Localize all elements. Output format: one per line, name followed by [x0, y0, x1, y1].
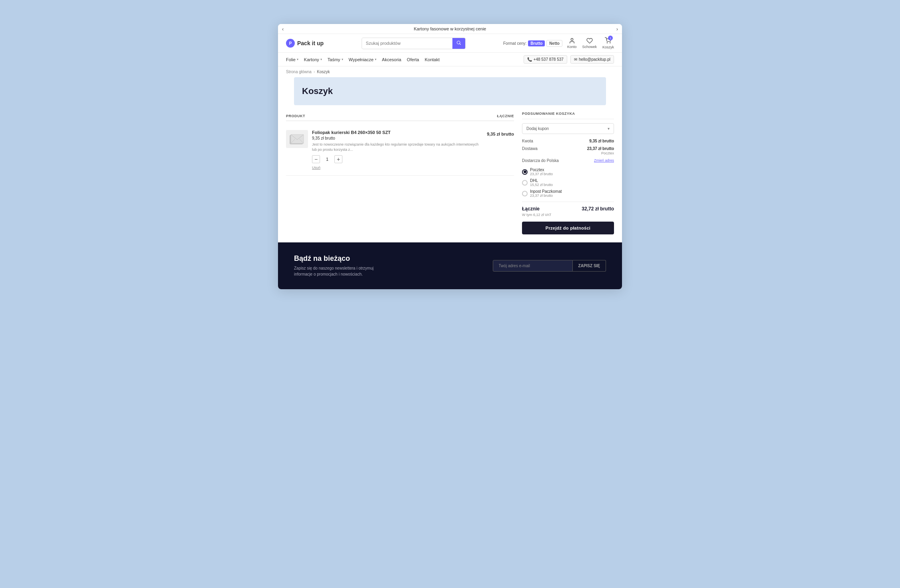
email-address: hello@packitup.pl	[579, 57, 610, 62]
next-announcement-btn[interactable]: ›	[616, 26, 618, 32]
nav-item-kontakt[interactable]: Kontakt	[425, 57, 440, 62]
logo-icon: P	[286, 39, 295, 48]
product-total: 9,35 zł brutto	[487, 130, 514, 136]
announcement-bar: ‹ Kartony fasonowe w korzystnej cenie ›	[278, 24, 622, 34]
breadcrumb-home[interactable]: Strona główna	[286, 70, 312, 74]
cart-table-header: PRODUKT ŁĄCZNIE	[286, 112, 514, 121]
shipping-radio-pocztex[interactable]	[522, 169, 528, 175]
nav-item-kartony[interactable]: Kartony ▾	[304, 57, 322, 62]
email-btn[interactable]: ✉ hello@packitup.pl	[570, 55, 614, 64]
netto-badge[interactable]: Netto	[546, 40, 562, 47]
search-input[interactable]	[362, 38, 452, 48]
page-header: Koszyk	[294, 77, 606, 105]
footer: Bądź na bieżąco Zapisz się do naszego ne…	[278, 242, 622, 289]
quantity-control: − 1 +	[312, 155, 483, 163]
nav-item-akcesoria[interactable]: Akcesoria	[382, 57, 401, 62]
product-info: Foliopak kurierski B4 260×350 50 SZT 9,3…	[312, 130, 483, 170]
nav-links: Folie ▾ Kartony ▾ Taśmy ▾ Wypełniacze ▾ …	[286, 57, 440, 62]
dostawa-provider: Pocztex	[587, 151, 614, 155]
vat-note: W tym 6,12 zł VAT	[522, 213, 614, 217]
nav: Folie ▾ Kartony ▾ Taśmy ▾ Wypełniacze ▾ …	[278, 53, 622, 66]
cart-item: Foliopak kurierski B4 260×350 50 SZT 9,3…	[286, 125, 514, 176]
newsletter-title: Bądź na bieżąco	[294, 254, 390, 263]
shipping-option-dhl[interactable]: DHL 15,52 zł brutto	[522, 178, 614, 187]
search-button[interactable]	[452, 38, 465, 49]
search-bar	[362, 38, 466, 49]
format-label: Format ceny:	[503, 41, 526, 46]
kwota-value: 9,35 zł brutto	[589, 139, 614, 143]
shipping-name-dhl: DHL	[530, 178, 614, 183]
email-icon: ✉	[574, 57, 577, 62]
kwota-row: Kwota 9,35 zł brutto	[522, 139, 614, 143]
product-price: 9,35 zł brutto	[312, 136, 483, 140]
wishlist-label: Schowek	[582, 45, 597, 49]
account-icon-group[interactable]: Konto	[567, 38, 577, 49]
shipping-info-pocztex: Pocztex 23,37 zł brutto	[530, 168, 614, 176]
dostawa-row: Dostawa 23,37 zł brutto Pocztex	[522, 146, 614, 155]
col-product: PRODUKT	[286, 114, 305, 118]
phone-btn[interactable]: 📞 +48 537 878 537	[524, 55, 567, 64]
svg-point-4	[610, 42, 610, 43]
coupon-label: Dodaj kupon	[526, 126, 549, 131]
coupon-chevron-icon: ▾	[608, 126, 610, 131]
nav-item-tasmy[interactable]: Taśmy ▾	[328, 57, 343, 62]
shipping-price-pocztex: 23,37 zł brutto	[530, 172, 614, 176]
shipping-option-inpost[interactable]: Inpost Paczkomat 23,37 zł brutto	[522, 189, 614, 198]
shipping-radio-inpost[interactable]	[522, 191, 528, 196]
brutto-badge[interactable]: Brutto	[528, 40, 545, 46]
svg-line-1	[459, 43, 460, 44]
account-label: Konto	[567, 45, 577, 49]
announcement-text: Kartony fasonowe w korzystnej cenie	[414, 26, 486, 31]
svg-point-2	[571, 38, 573, 40]
shipping-name-inpost: Inpost Paczkomat	[530, 189, 614, 194]
total-value: 32,72 zł brutto	[582, 206, 614, 212]
delivery-section: Dostarcza do Polska Zmień adres Pocztex …	[522, 158, 614, 198]
shipping-name-pocztex: Pocztex	[530, 168, 614, 172]
nav-item-wypelniacze[interactable]: Wypełniacze ▾	[349, 57, 376, 62]
delivery-country: Dostarcza do Polska	[522, 158, 559, 163]
delivery-header: Dostarcza do Polska Zmień adres	[522, 158, 614, 166]
breadcrumb: Strona główna › Koszyk	[278, 66, 622, 77]
newsletter-email-input[interactable]	[493, 260, 573, 272]
qty-value: 1	[323, 157, 331, 162]
summary-section: PODSUMOWANIE KOSZYKA Dodaj kupon ▾ Kwota…	[522, 112, 614, 234]
logo[interactable]: P Pack it up	[286, 39, 324, 48]
dostawa-value: 23,37 zł brutto	[587, 146, 614, 151]
prev-announcement-btn[interactable]: ‹	[282, 26, 284, 32]
product-name: Foliopak kurierski B4 260×350 50 SZT	[312, 130, 483, 135]
shipping-info-inpost: Inpost Paczkomat 23,37 zł brutto	[530, 189, 614, 198]
breadcrumb-separator: ›	[314, 70, 315, 74]
qty-decrease-btn[interactable]: −	[312, 155, 320, 163]
shipping-price-dhl: 15,52 zł brutto	[530, 183, 614, 187]
newsletter-desc: Zapisz się do naszego newslettera i otrz…	[294, 265, 390, 277]
newsletter-form: ZAPISZ SIĘ	[493, 260, 606, 272]
radio-inner-pocztex	[524, 170, 526, 173]
shipping-option-pocztex[interactable]: Pocztex 23,37 zł brutto	[522, 168, 614, 176]
change-address-link[interactable]: Zmień adres	[594, 158, 614, 166]
header-icon-group: Konto Schowek 1 Kos	[567, 37, 614, 49]
nav-contact: 📞 +48 537 878 537 ✉ hello@packitup.pl	[524, 55, 614, 64]
coupon-row[interactable]: Dodaj kupon ▾	[522, 123, 614, 134]
qty-increase-btn[interactable]: +	[334, 155, 342, 163]
logo-text: Pack it up	[297, 40, 324, 46]
shipping-radio-dhl[interactable]	[522, 180, 528, 186]
cart-label: Koszyk	[602, 45, 614, 49]
product-desc: Jest to nowoczesne rozwiązanie dla każde…	[312, 142, 483, 152]
summary-title: PODSUMOWANIE KOSZYKA	[522, 112, 614, 119]
shipping-info-dhl: DHL 15,52 zł brutto	[530, 178, 614, 187]
svg-point-3	[607, 42, 608, 43]
newsletter-subscribe-btn[interactable]: ZAPISZ SIĘ	[573, 260, 606, 272]
wishlist-icon-group[interactable]: Schowek	[582, 38, 597, 49]
breadcrumb-current: Koszyk	[317, 70, 330, 74]
cart-icon-group[interactable]: 1 Koszyk	[602, 37, 614, 49]
remove-item-link[interactable]: Usuń	[312, 166, 320, 170]
format-toggle: Format ceny: Brutto Netto	[503, 40, 562, 47]
nav-item-oferta[interactable]: Oferta	[407, 57, 419, 62]
kartony-caret: ▾	[320, 58, 322, 61]
nav-item-folie[interactable]: Folie ▾	[286, 57, 298, 62]
cart-badge-count: 1	[608, 36, 613, 40]
footer-left: Bądź na bieżąco Zapisz się do naszego ne…	[294, 254, 390, 277]
folie-caret: ▾	[297, 58, 298, 61]
checkout-button[interactable]: Przejdź do płatności	[522, 222, 614, 234]
kwota-label: Kwota	[522, 139, 533, 143]
